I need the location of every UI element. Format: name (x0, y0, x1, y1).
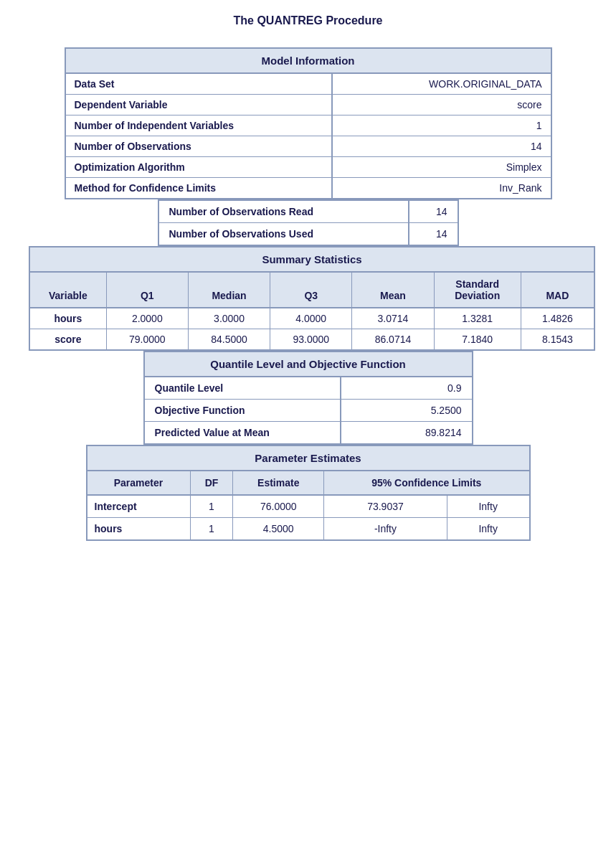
observations-table: Number of Observations Read 14Number of … (158, 199, 459, 246)
model-information-table: Model Information Data Set WORK.ORIGINAL… (65, 47, 552, 199)
table-row: Method for Confidence Limits Inv_Rank (65, 178, 551, 199)
obs-value: 14 (409, 223, 458, 246)
param-upper: Infty (447, 495, 529, 518)
model-info-value: 14 (332, 136, 551, 157)
table-row: score 79.0000 84.5000 93.0000 86.0714 7.… (29, 329, 594, 351)
param-df: 1 (190, 518, 233, 541)
param-name: hours (87, 518, 191, 541)
model-information-section: Model Information Data Set WORK.ORIGINAL… (65, 47, 552, 199)
summary-stats-header: Summary Statistics (29, 247, 594, 272)
column-header: Median (188, 272, 270, 308)
table-row: Number of Observations Used 14 (158, 223, 458, 246)
parameter-estimates-section: Parameter Estimates ParameterDFEstimate9… (86, 445, 531, 541)
stat-std: 7.1840 (434, 329, 521, 351)
obs-label: Number of Observations Read (158, 200, 409, 223)
model-info-label: Optimization Algorithm (65, 157, 333, 178)
table-row: Objective Function 5.2500 (144, 400, 473, 422)
column-header: Parameter (87, 471, 191, 495)
quantile-table: Quantile Level and Objective Function Qu… (143, 351, 473, 445)
column-header: 95% Confidence Limits (324, 471, 530, 495)
model-info-value: Inv_Rank (332, 178, 551, 199)
param-lower: 73.9037 (324, 495, 447, 518)
model-info-label: Number of Independent Variables (65, 115, 333, 136)
model-info-value: WORK.ORIGINAL_DATA (332, 73, 551, 95)
table-row: Number of Observations 14 (65, 136, 551, 157)
quantile-value: 0.9 (341, 377, 472, 400)
observations-section: Number of Observations Read 14Number of … (158, 199, 459, 246)
quantile-section: Quantile Level and Objective Function Qu… (143, 351, 473, 445)
quantile-header: Quantile Level and Objective Function (144, 352, 473, 377)
param-estimate: 4.5000 (233, 518, 324, 541)
summary-statistics-table: Summary Statistics VariableQ1MedianQ3Mea… (29, 246, 595, 351)
stat-mean: 3.0714 (352, 308, 434, 329)
param-estimate: 76.0000 (233, 495, 324, 518)
column-header: MAD (521, 272, 594, 308)
stat-q3: 93.0000 (270, 329, 352, 351)
stat-mad: 1.4826 (521, 308, 594, 329)
quantile-value: 89.8214 (341, 422, 472, 445)
stat-q1: 2.0000 (106, 308, 188, 329)
stat-variable: hours (29, 308, 106, 329)
param-upper: Infty (447, 518, 529, 541)
model-info-header: Model Information (65, 48, 551, 73)
stat-median: 84.5000 (188, 329, 270, 351)
column-header: Q3 (270, 272, 352, 308)
parameter-estimates-table: Parameter Estimates ParameterDFEstimate9… (86, 445, 531, 541)
model-info-value: 1 (332, 115, 551, 136)
column-header: DF (190, 471, 233, 495)
table-row: hours 1 4.5000 -Infty Infty (87, 518, 530, 541)
obs-value: 14 (409, 200, 458, 223)
stat-q3: 4.0000 (270, 308, 352, 329)
table-row: Number of Observations Read 14 (158, 200, 458, 223)
quantile-label: Predicted Value at Mean (144, 422, 341, 445)
param-name: Intercept (87, 495, 191, 518)
model-info-label: Data Set (65, 73, 333, 95)
model-info-label: Method for Confidence Limits (65, 178, 333, 199)
model-info-label: Dependent Variable (65, 95, 333, 115)
column-header: Estimate (233, 471, 324, 495)
table-row: Optimization Algorithm Simplex (65, 157, 551, 178)
model-info-value: Simplex (332, 157, 551, 178)
table-row: Quantile Level 0.9 (144, 377, 473, 400)
quantile-value: 5.2500 (341, 400, 472, 422)
column-header: Variable (29, 272, 106, 308)
stat-std: 1.3281 (434, 308, 521, 329)
obs-label: Number of Observations Used (158, 223, 409, 246)
page-title: The QUANTREG Procedure (29, 14, 587, 27)
table-row: Intercept 1 76.0000 73.9037 Infty (87, 495, 530, 518)
table-row: Predicted Value at Mean 89.8214 (144, 422, 473, 445)
column-header: Mean (352, 272, 434, 308)
param-df: 1 (190, 495, 233, 518)
param-estimates-header: Parameter Estimates (87, 445, 530, 471)
stat-median: 3.0000 (188, 308, 270, 329)
stat-q1: 79.0000 (106, 329, 188, 351)
table-row: hours 2.0000 3.0000 4.0000 3.0714 1.3281… (29, 308, 594, 329)
table-row: Dependent Variable score (65, 95, 551, 115)
summary-statistics-section: Summary Statistics VariableQ1MedianQ3Mea… (29, 246, 595, 351)
table-row: Data Set WORK.ORIGINAL_DATA (65, 73, 551, 95)
stat-mean: 86.0714 (352, 329, 434, 351)
model-info-label: Number of Observations (65, 136, 333, 157)
stat-variable: score (29, 329, 106, 351)
quantile-label: Quantile Level (144, 377, 341, 400)
column-header: Q1 (106, 272, 188, 308)
model-info-value: score (332, 95, 551, 115)
table-row: Number of Independent Variables 1 (65, 115, 551, 136)
param-lower: -Infty (324, 518, 447, 541)
stat-mad: 8.1543 (521, 329, 594, 351)
column-header: StandardDeviation (434, 272, 521, 308)
quantile-label: Objective Function (144, 400, 341, 422)
